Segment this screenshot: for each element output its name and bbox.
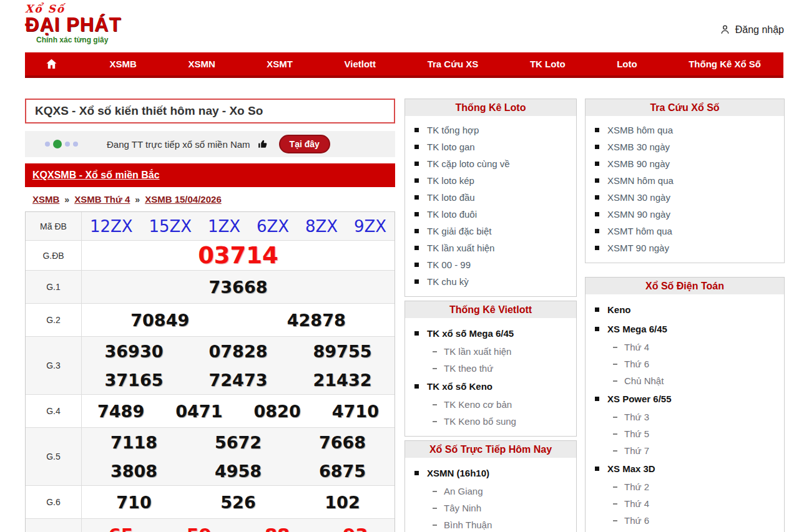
sidebar-item-tk-theo-thu[interactable]: TK theo thứ <box>405 360 576 377</box>
sidebar-item-xsmn-90-ngay[interactable]: XSMN 90 ngày <box>586 206 784 223</box>
prize-number[interactable]: 89755 <box>313 342 372 361</box>
nav-item-xsmt[interactable]: XSMT <box>267 59 293 69</box>
breadcrumb-link-xsmb[interactable]: XSMB <box>32 194 59 205</box>
sidebar-item-thu-6[interactable]: Thứ 6 <box>586 512 784 529</box>
sidebar-item-tk-loto-uoi[interactable]: TK loto đuôi <box>405 206 576 223</box>
sidebar-item-xsmb-90-ngay[interactable]: XSMB 90 ngày <box>586 155 784 172</box>
sidebar-item-xs-mega-6-45[interactable]: XS Mega 6/45 <box>586 319 784 339</box>
sidebar-item-tk-loto-kep[interactable]: TK loto kép <box>405 172 576 189</box>
prize-number[interactable]: 6875 <box>319 462 366 481</box>
nav-item-xsmn[interactable]: XSMN <box>188 59 215 69</box>
prize-number[interactable]: 5672 <box>215 433 262 452</box>
sidebar-item-xsmt-hom-qua[interactable]: XSMT hôm qua <box>586 223 784 239</box>
sidebar-item-thu-7[interactable]: Thứ 7 <box>586 442 784 459</box>
sidebar-section-title: Xổ Số Điện Toán <box>586 278 784 294</box>
prize-number[interactable]: 4958 <box>215 462 262 481</box>
special-code[interactable]: 6ZX <box>257 217 289 236</box>
nav-item-tk-loto[interactable]: TK Loto <box>530 59 566 69</box>
sidebar-item-tk-giai-ac-biet[interactable]: TK giải đặc biệt <box>405 223 576 239</box>
sidebar-link: XS Power 6/55 <box>607 394 672 404</box>
sidebar-item-binh-thuan[interactable]: Bình Thuận <box>405 516 576 532</box>
sidebar-item-thu-6[interactable]: Thứ 6 <box>586 355 784 372</box>
prize-number[interactable]: 7489 <box>97 402 144 421</box>
prize-number[interactable]: 4710 <box>332 402 379 421</box>
sidebar-item-tk-00-99[interactable]: TK 00 - 99 <box>405 256 576 273</box>
sidebar-item-tk-xo-so-keno[interactable]: TK xổ số Keno <box>405 377 576 396</box>
prize-number[interactable]: 102 <box>325 493 360 512</box>
sidebar-item-tk-lan-xuat-hien[interactable]: TK lần xuất hiện <box>405 343 576 360</box>
prize-number[interactable]: 3808 <box>110 462 157 481</box>
sidebar-item-xsmt-90-ngay[interactable]: XSMT 90 ngày <box>586 239 784 256</box>
prize-number[interactable]: 42878 <box>287 311 346 330</box>
login-button[interactable]: Đăng nhập <box>719 24 784 36</box>
sidebar-item-tk-keno-co-ban[interactable]: TK Keno cơ bản <box>405 396 576 413</box>
nav-item-thong-ke-xo-so[interactable]: Thống Kê Xổ Số <box>689 59 761 69</box>
prize-number[interactable]: 07828 <box>209 342 268 361</box>
site-logo[interactable]: Xổ Số ĐẠI PHÁT Chính xác từng giây <box>25 4 121 44</box>
prize-number[interactable]: 37165 <box>105 370 164 390</box>
sidebar-item-xsmb-hom-qua[interactable]: XSMB hôm qua <box>586 122 784 138</box>
sidebar-item-tk-cap-loto-cung-ve[interactable]: TK cặp loto cùng về <box>405 155 576 172</box>
sidebar-item-thu-4[interactable]: Thứ 4 <box>586 495 784 512</box>
sidebar-link: Thứ 3 <box>624 412 649 422</box>
sidebar-item-chu-nhat[interactable]: Chủ Nhật <box>586 372 784 389</box>
sidebar-item-xs-power-6-55[interactable]: XS Power 6/55 <box>586 389 784 409</box>
prize-number[interactable]: 36930 <box>105 342 164 361</box>
breadcrumb-link-xsmb-thu-4[interactable]: XSMB Thứ 4 <box>74 194 130 205</box>
square-bullet-icon <box>595 162 599 166</box>
sidebar-item-tk-loto-gan[interactable]: TK loto gan <box>405 138 576 155</box>
sidebar-item-tk-loto-au[interactable]: TK loto đầu <box>405 189 576 206</box>
nav-item-vietlott[interactable]: Vietlott <box>345 59 376 69</box>
prize-number[interactable]: 70849 <box>130 311 189 330</box>
special-code[interactable]: 9ZX <box>354 217 386 236</box>
sidebar-link: TK loto đầu <box>427 192 475 203</box>
nav-home-item[interactable] <box>45 57 58 70</box>
nav-item-xsmb[interactable]: XSMB <box>110 59 137 69</box>
sidebar-item-thu-3[interactable]: Thứ 3 <box>586 409 784 425</box>
prize-number[interactable]: 65 <box>108 525 133 532</box>
sidebar-section-xo-so-truc-tiep-hom-nay: Xổ Số Trực Tiếp Hôm NayXSMN (16h10)An Gi… <box>404 440 577 532</box>
sidebar-item-xsmb-30-ngay[interactable]: XSMB 30 ngày <box>586 138 784 155</box>
prize-number[interactable]: 7668 <box>319 433 366 452</box>
breadcrumb-link-xsmb-15-04-2026[interactable]: XSMB 15/04/2026 <box>145 194 222 205</box>
prize-number[interactable]: 0820 <box>254 402 301 421</box>
prize-number[interactable]: 526 <box>220 493 255 512</box>
sidebar-link: TK loto đuôi <box>427 209 477 220</box>
sidebar-item-thu-5[interactable]: Thứ 5 <box>586 425 784 442</box>
sidebar-item-tk-xo-so-mega-6-45[interactable]: TK xổ số Mega 6/45 <box>405 324 576 343</box>
sidebar-item-keno[interactable]: Keno <box>586 300 784 319</box>
sidebar-item-xsmn-16h10[interactable]: XSMN (16h10) <box>405 463 576 483</box>
breadcrumb: XSMB»XSMB Thứ 4»XSMB 15/04/2026 <box>25 187 395 211</box>
nav-item-loto[interactable]: Loto <box>617 59 637 69</box>
prize-number[interactable]: 710 <box>116 493 151 512</box>
sidebar-item-an-giang[interactable]: An Giang <box>405 483 576 500</box>
prize-number[interactable]: 59 <box>187 525 212 532</box>
special-code[interactable]: 8ZX <box>305 217 338 236</box>
site-header: Xổ Số ĐẠI PHÁT Chính xác từng giây Đăng … <box>0 0 799 52</box>
results-header-link[interactable]: KQXSMB - Xổ số miền Bắc <box>32 170 160 181</box>
prize-number[interactable]: 88 <box>265 525 290 532</box>
prize-number[interactable]: 93 <box>343 525 368 532</box>
prize-number[interactable]: 03714 <box>198 242 278 269</box>
prize-number[interactable]: 72473 <box>209 370 268 390</box>
sidebar-item-thu-4[interactable]: Thứ 4 <box>586 339 784 355</box>
prize-number[interactable]: 73668 <box>209 278 268 297</box>
sidebar-item-xsmn-30-ngay[interactable]: XSMN 30 ngày <box>586 189 784 206</box>
sidebar-item-tk-keno-bo-sung[interactable]: TK Keno bổ sung <box>405 413 576 430</box>
prize-line: 7489047108204710 <box>82 395 395 427</box>
sidebar-item-tay-ninh[interactable]: Tây Ninh <box>405 500 576 516</box>
sidebar-item-tk-lan-xuat-hien[interactable]: TK lần xuất hiện <box>405 239 576 256</box>
sidebar-item-tk-chu-ky[interactable]: TK chu kỳ <box>405 273 576 290</box>
sidebar-item-xsmn-hom-qua[interactable]: XSMN hôm qua <box>586 172 784 189</box>
sidebar-item-xs-max-3d[interactable]: XS Max 3D <box>586 459 784 478</box>
nav-item-tra-cuu-xs[interactable]: Tra Cứu XS <box>428 59 479 69</box>
special-code[interactable]: 12ZX <box>90 217 133 236</box>
sidebar-item-thu-2[interactable]: Thứ 2 <box>586 478 784 495</box>
special-code[interactable]: 1ZX <box>208 217 240 236</box>
watch-here-button[interactable]: Tại đây <box>279 135 330 153</box>
prize-number[interactable]: 7118 <box>110 433 157 452</box>
prize-number[interactable]: 21432 <box>313 370 372 390</box>
special-code[interactable]: 15ZX <box>149 217 192 236</box>
prize-number[interactable]: 0471 <box>175 402 222 421</box>
sidebar-item-tk-tong-hop[interactable]: TK tổng hợp <box>405 122 576 138</box>
